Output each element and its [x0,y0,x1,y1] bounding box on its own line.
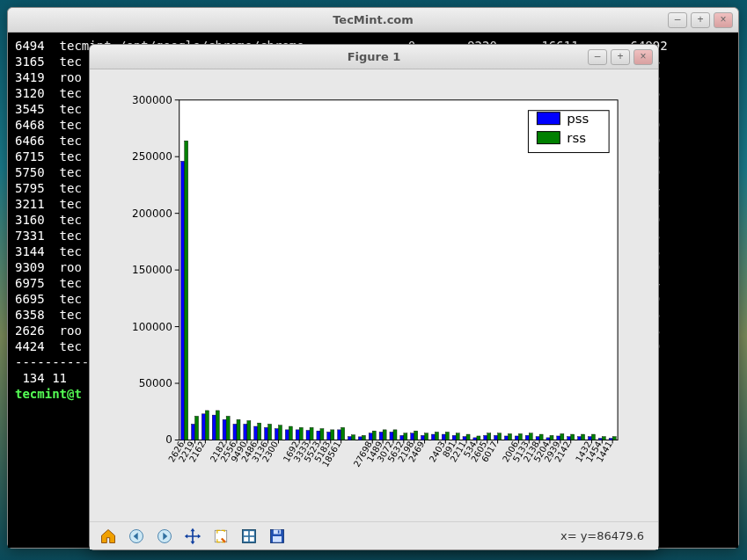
bar-rss [320,429,324,440]
svg-rect-51 [250,536,254,541]
bar-rss [352,435,355,440]
chart-area[interactable]: 0500001000001500002000002500003000002626… [106,85,642,516]
bar-pss [212,415,216,440]
close-button[interactable]: × [714,12,733,28]
bar-pss [223,419,226,440]
y-tick-label: 200000 [132,207,172,220]
close-button[interactable]: × [633,49,653,65]
bar-rss [518,433,522,440]
bar-pss [358,437,362,440]
figure-titlebar[interactable]: Figure 1 – + × [90,45,658,69]
bar-pss [568,437,571,440]
bar-rss [341,427,345,440]
home-icon[interactable] [95,524,121,549]
bar-pss [463,437,466,440]
bar-rss [582,434,585,440]
bar-chart: 0500001000001500002000002500003000002626… [106,85,642,516]
y-tick-label: 50000 [139,377,172,389]
minimize-button[interactable]: – [588,49,607,65]
bar-rss [509,433,512,440]
bar-rss [414,431,418,440]
bar-pss [421,435,425,440]
bar-pss [285,430,289,440]
bar-pss [317,431,320,440]
bar-pss [191,424,194,440]
bar-rss [571,434,575,440]
bar-rss [404,433,407,440]
figure-window: Figure 1 – + × 0500001000001500002000002… [89,44,659,550]
bar-pss [598,439,602,440]
svg-rect-55 [278,530,280,533]
legend-swatch [537,113,560,125]
maximize-button[interactable]: + [611,49,630,65]
legend-swatch [537,132,560,144]
bar-rss [591,434,595,440]
bar-rss [205,411,209,440]
svg-rect-50 [244,536,248,541]
maximize-button[interactable]: + [691,12,710,28]
bar-pss [431,434,435,440]
terminal-titlebar[interactable]: TecMint.com – + × [8,8,738,33]
bar-pss [515,436,518,440]
bar-pss [494,435,498,440]
bar-rss [216,411,219,440]
figure-title: Figure 1 [90,50,658,63]
bar-pss [338,430,341,440]
bar-rss [226,416,230,440]
forward-icon[interactable] [151,524,178,549]
figure-status: x= y=86479.6 [560,529,653,542]
bar-rss [331,430,334,440]
bar-rss [278,425,282,440]
bar-pss [275,429,278,440]
bar-pss [306,431,310,440]
svg-rect-49 [250,531,254,535]
figure-toolbar: x= y=86479.6 [90,521,658,549]
bar-rss [195,416,199,440]
bar-pss [452,435,456,440]
bar-pss [525,435,529,440]
bar-rss [560,433,564,440]
bar-pss [296,430,299,440]
bar-rss [466,434,470,440]
bar-rss [612,437,616,440]
bar-rss [383,430,386,440]
svg-rect-53 [274,529,281,534]
bar-pss [546,438,550,440]
bar-pss [254,426,258,440]
legend-label: rss [567,130,586,146]
bar-rss [237,419,240,440]
y-tick-label: 300000 [132,94,172,106]
bar-rss [372,431,376,440]
bar-pss [201,414,205,440]
bar-pss [473,438,477,440]
bar-pss [379,432,383,440]
bar-rss [529,433,532,440]
minimize-button[interactable]: – [668,12,687,28]
save-icon[interactable] [264,524,290,549]
bar-pss [557,436,560,440]
bar-rss [498,433,502,440]
figure-body: 0500001000001500002000002500003000002626… [90,69,658,521]
bar-pss [181,161,185,440]
bar-rss [445,432,449,440]
pan-icon[interactable] [179,524,206,549]
bar-pss [369,433,372,440]
y-tick-label: 0 [165,433,172,446]
y-tick-label: 150000 [132,264,172,276]
bar-pss [536,437,539,440]
bar-pss [411,433,414,440]
svg-rect-54 [273,536,282,542]
terminal-title: TecMint.com [8,13,738,26]
bar-rss [310,427,313,440]
subplots-icon[interactable] [236,524,262,549]
bar-rss [456,433,459,440]
bar-rss [289,426,292,440]
back-icon[interactable] [123,524,150,549]
bar-rss [487,433,491,440]
bar-pss [442,434,445,440]
figure-window-controls: – + × [588,49,653,65]
bar-pss [504,436,508,440]
bar-rss [258,423,261,440]
bar-rss [425,433,428,440]
zoom-icon[interactable] [208,524,234,549]
